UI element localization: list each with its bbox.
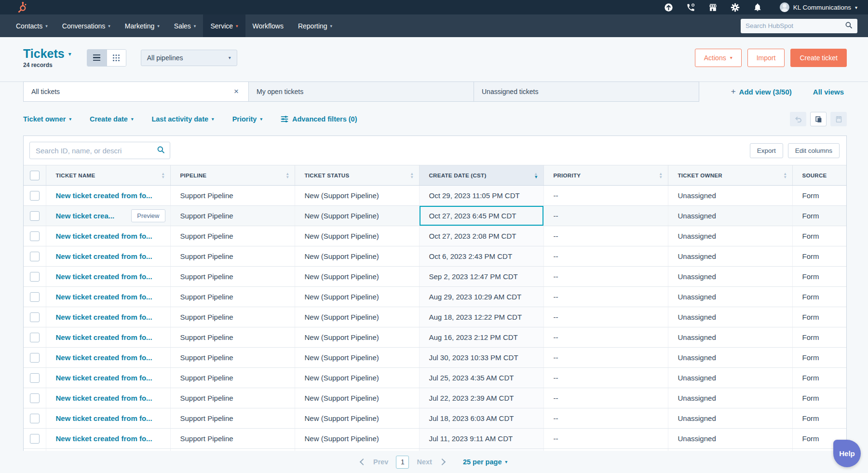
ticket-name-link[interactable]: New ticket created from fo...: [56, 191, 152, 200]
source-cell: Form: [792, 327, 847, 348]
global-search[interactable]: [741, 19, 857, 33]
row-checkbox[interactable]: [30, 393, 40, 403]
create-date-cell[interactable]: Oct 6, 2023 2:43 PM CDT: [419, 246, 543, 267]
next-page-chevron-icon[interactable]: [439, 459, 446, 465]
row-checkbox[interactable]: [30, 292, 40, 302]
advanced-filters-button[interactable]: Advanced filters (0): [281, 115, 357, 123]
row-checkbox[interactable]: [30, 272, 40, 282]
create-date-cell[interactable]: Jul 25, 2023 4:35 AM CDT: [419, 368, 543, 388]
all-views-link[interactable]: All views: [813, 88, 844, 96]
filter-ticket-owner[interactable]: Ticket owner▾: [23, 115, 71, 123]
ticket-name-link[interactable]: New ticket created from fo...: [56, 232, 152, 240]
row-checkbox[interactable]: [30, 373, 40, 383]
ticket-name-link[interactable]: New ticket created from fo...: [56, 272, 152, 281]
nav-item-workflows[interactable]: Workflows: [245, 14, 291, 37]
close-view-icon[interactable]: ×: [232, 87, 241, 96]
ticket-name-link[interactable]: New ticket created from fo...: [56, 394, 152, 402]
column-header-ticket-owner[interactable]: TICKET OWNER▲▼: [668, 165, 792, 186]
nav-item-sales[interactable]: Sales▾: [167, 14, 203, 37]
ticket-name-link[interactable]: New ticket created from fo...: [56, 434, 152, 443]
view-tab-unassigned-tickets[interactable]: Unassigned tickets: [474, 82, 699, 101]
row-checkbox[interactable]: [30, 414, 40, 423]
create-date-cell[interactable]: Jul 18, 2023 6:03 AM CDT: [419, 408, 543, 429]
create-date-cell[interactable]: Aug 16, 2023 2:12 PM CDT: [419, 327, 543, 348]
object-type-selector[interactable]: Tickets ▾ 24 records: [23, 47, 71, 68]
create-date-cell[interactable]: Jul 30, 2023 10:33 PM CDT: [419, 348, 543, 368]
create-date-cell[interactable]: Jul 22, 2023 2:39 AM CDT: [419, 388, 543, 408]
calling-icon[interactable]: [686, 2, 696, 12]
column-header-create-date-cst[interactable]: CREATE DATE (CST)▲▼: [419, 165, 543, 186]
filter-priority[interactable]: Priority▾: [232, 115, 262, 123]
list-view-button[interactable]: [87, 50, 107, 66]
actions-button[interactable]: Actions ▾: [695, 49, 742, 67]
row-checkbox[interactable]: [30, 191, 40, 201]
ticket-name-link[interactable]: New ticket created from fo...: [56, 353, 152, 362]
hubspot-logo-icon[interactable]: [16, 1, 28, 13]
column-header-ticket-status[interactable]: TICKET STATUS▲▼: [295, 165, 419, 186]
table-search[interactable]: [29, 142, 170, 159]
table-row: New ticket created from fo...Support Pip…: [24, 307, 847, 327]
view-tab-my-open-tickets[interactable]: My open tickets: [248, 82, 474, 101]
column-header-source[interactable]: SOURCE: [792, 165, 847, 186]
import-button[interactable]: Import: [747, 49, 785, 67]
row-checkbox[interactable]: [30, 434, 40, 444]
select-all-checkbox[interactable]: [30, 171, 40, 180]
table-search-input[interactable]: [36, 147, 157, 155]
nav-item-marketing[interactable]: Marketing▾: [118, 14, 167, 37]
create-date-cell[interactable]: Jul 11, 2023 9:11 AM CDT: [419, 429, 543, 449]
edit-columns-button[interactable]: Edit columns: [788, 143, 840, 158]
filter-last-activity-date[interactable]: Last activity date▾: [151, 115, 214, 123]
ticket-name-link[interactable]: New ticket created from fo...: [56, 333, 152, 341]
notifications-icon[interactable]: [753, 2, 762, 12]
ticket-name-wrap: New ticket created from fo...: [56, 232, 165, 240]
add-view-button[interactable]: + Add view (3/50): [731, 87, 792, 96]
marketplace-icon[interactable]: [708, 2, 718, 12]
global-search-input[interactable]: [746, 22, 845, 29]
view-tab-all-tickets[interactable]: All tickets×: [24, 82, 248, 101]
current-page-button[interactable]: 1: [396, 456, 409, 469]
nav-item-contacts[interactable]: Contacts▾: [9, 14, 55, 37]
row-checkbox[interactable]: [30, 353, 40, 363]
create-ticket-button[interactable]: Create ticket: [790, 49, 847, 67]
next-page-button[interactable]: Next: [417, 458, 432, 466]
clone-view-button[interactable]: [810, 112, 827, 126]
ticket-name-link[interactable]: New ticket created from fo...: [56, 313, 152, 321]
nav-item-conversations[interactable]: Conversations▾: [55, 14, 118, 37]
row-checkbox[interactable]: [30, 231, 40, 241]
ticket-name-link[interactable]: New ticket created from fo...: [56, 293, 152, 301]
preview-button[interactable]: Preview: [131, 209, 165, 222]
upgrade-arrow-icon[interactable]: [664, 2, 674, 12]
nav-item-reporting[interactable]: Reporting▾: [291, 14, 339, 37]
row-checkbox[interactable]: [30, 333, 40, 342]
create-date-cell[interactable]: Oct 29, 2023 11:05 PM CDT: [419, 186, 543, 206]
help-button[interactable]: Help: [833, 440, 861, 467]
prev-page-chevron-icon[interactable]: [360, 459, 366, 465]
undo-button[interactable]: [790, 112, 806, 126]
create-date-cell[interactable]: Aug 18, 2023 12:22 PM CDT: [419, 307, 543, 327]
create-date-cell[interactable]: Oct 27, 2023 6:45 PM CDT: [419, 206, 543, 226]
column-header-priority[interactable]: PRIORITY▲▼: [543, 165, 668, 186]
export-button[interactable]: Export: [750, 143, 783, 158]
create-date-cell[interactable]: Aug 29, 2023 10:29 AM CDT: [419, 287, 543, 307]
create-date-cell[interactable]: Oct 27, 2023 2:08 PM CDT: [419, 226, 543, 246]
column-header-pipeline[interactable]: PIPELINE▲▼: [170, 165, 295, 186]
ticket-name-link[interactable]: New ticket crea...: [56, 212, 115, 220]
board-view-button[interactable]: [107, 50, 126, 66]
pipeline-select[interactable]: All pipelines ▾: [141, 50, 237, 66]
row-checkbox[interactable]: [30, 211, 40, 221]
filter-create-date[interactable]: Create date▾: [90, 115, 134, 123]
nav-item-service[interactable]: Service▾: [203, 14, 245, 37]
column-header-ticket-name[interactable]: TICKET NAME▲▼: [46, 165, 170, 186]
prev-page-button[interactable]: Prev: [373, 458, 388, 466]
settings-icon[interactable]: [731, 2, 740, 12]
ticket-name-link[interactable]: New ticket created from fo...: [56, 414, 152, 422]
account-menu[interactable]: KL Communications ▾: [780, 2, 857, 12]
row-checkbox[interactable]: [30, 252, 40, 261]
create-date-cell[interactable]: Sep 2, 2023 12:47 PM CDT: [419, 267, 543, 287]
save-view-button[interactable]: [830, 112, 847, 126]
per-page-select[interactable]: 25 per page ▾: [463, 458, 507, 466]
row-checkbox[interactable]: [30, 312, 40, 322]
ticket-name-link[interactable]: New ticket created from fo...: [56, 252, 152, 260]
table-row: New ticket created from fo...Support Pip…: [24, 388, 847, 408]
ticket-name-link[interactable]: New ticket created from fo...: [56, 374, 152, 382]
